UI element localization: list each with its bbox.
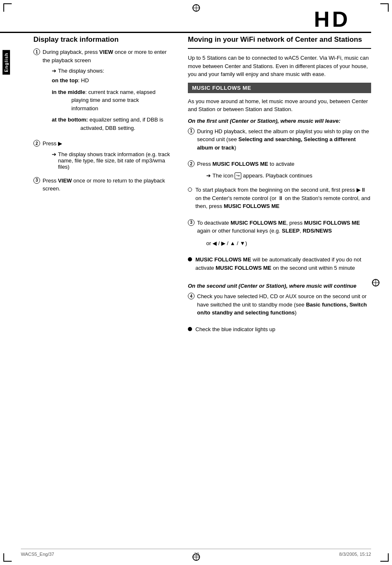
right-item-2-sub: The icon ↪ appears. Playback continues xyxy=(212,172,312,180)
arrow-sym-1: ➔ xyxy=(52,68,56,74)
right-item-3: 3 To deactivate MUSIC FOLLOWS ME, press … xyxy=(188,219,371,252)
left-item-2-arrow: ➔ The display shows track information (e… xyxy=(52,151,175,170)
at-bottom: at the bottom: equalizer setting and, if… xyxy=(52,116,175,132)
right-item-1: 1 During HD playback, select the album o… xyxy=(188,127,371,156)
left-item-2-content: Press ▶ ➔ The display shows track inform… xyxy=(43,139,175,172)
num-1: 1 xyxy=(33,48,40,55)
num-3: 3 xyxy=(33,177,40,184)
right-item-2-content: Press MUSIC FOLLOWS ME to activate ➔ The… xyxy=(197,160,312,182)
section-divider xyxy=(188,48,371,49)
right-item-2-text: Press MUSIC FOLLOWS ME to activate xyxy=(197,160,312,168)
left-item-2-sub: The display shows track information (e.g… xyxy=(58,151,175,170)
music-follows-banner: MUSIC FOLLOWS ME xyxy=(188,83,371,93)
in-middle: in the middle: current track name, elaps… xyxy=(52,88,175,113)
left-item-3: 3 Press VIEW once or more to return to t… xyxy=(33,177,175,196)
right-num-2: 2 xyxy=(188,160,195,167)
left-item-1: 1 During playback, press VIEW once or mo… xyxy=(33,48,175,135)
right-item-3-content: To deactivate MUSIC FOLLOWS ME, press MU… xyxy=(197,219,371,252)
left-item-3-content: Press VIEW once or more to return to the… xyxy=(43,177,175,196)
left-item-1-content: During playback, press VIEW once or more… xyxy=(43,48,175,135)
bullet-dot-1 xyxy=(188,257,192,261)
left-item-1-arrow: ➔ The display shows: xyxy=(52,68,175,74)
second-unit-heading: On the second unit (Center or Station), … xyxy=(188,283,371,289)
right-item-2: 2 Press MUSIC FOLLOWS ME to activate ➔ T… xyxy=(188,160,371,182)
page-title: HD xyxy=(0,8,371,33)
right-num-4: 4 xyxy=(188,293,195,299)
right-item-3-text: To deactivate MUSIC FOLLOWS ME, press MU… xyxy=(197,219,371,235)
left-item-1-sub: The display shows: xyxy=(58,68,104,74)
num-2: 2 xyxy=(33,140,40,147)
right-item-4: 4 Check you have selected HD, CD or AUX … xyxy=(188,292,371,321)
right-bullet-1: To start playback from the beginning on … xyxy=(188,186,371,215)
banner-text: As you move around at home, let music mo… xyxy=(188,97,371,114)
music-follows-icon: ↪ xyxy=(235,172,241,179)
corner-br xyxy=(380,553,389,562)
bullet-empty-1 xyxy=(188,187,192,192)
main-content: Display track information 1 During playb… xyxy=(0,35,392,342)
left-item-3-text: Press VIEW once or more to return to the… xyxy=(43,177,175,193)
left-item-2: 2 Press ▶ ➔ The display shows track info… xyxy=(33,139,175,172)
right-num-1: 1 xyxy=(188,128,195,134)
on-top: on the top: HD xyxy=(52,76,175,85)
page: English HD Display track information 1 D… xyxy=(0,0,392,565)
left-item-2-text: Press ▶ xyxy=(43,139,175,148)
right-bullet-3-text: Check the blue indicator lights up xyxy=(195,325,276,334)
footer-center: 32 xyxy=(194,552,199,557)
corner-bl xyxy=(3,553,12,562)
arrow-sym-2: ➔ xyxy=(52,151,56,157)
footer-left: WACS5_Eng/37 xyxy=(21,552,54,557)
right-item-2-arrow: ➔ The icon ↪ appears. Playback continues xyxy=(206,172,312,180)
header-bar: HD xyxy=(0,8,392,33)
right-num-3: 3 xyxy=(188,219,195,226)
right-item-4-text: Check you have selected HD, CD or AUX so… xyxy=(197,292,371,317)
right-bullet-3: Check the blue indicator lights up xyxy=(188,325,371,338)
bullet-dot-2 xyxy=(188,327,192,331)
language-tag: English xyxy=(3,50,10,75)
right-bullet-1-text: To start playback from the beginning on … xyxy=(195,186,371,210)
left-section-title: Display track information xyxy=(33,35,175,44)
right-section-title: Moving in your WiFi network of Center an… xyxy=(188,35,371,44)
right-bullet-2-text: MUSIC FOLLOWS ME will be automatically d… xyxy=(195,256,371,272)
language-sidebar: English xyxy=(0,50,13,75)
footer-right: 8/3/2005, 15:12 xyxy=(339,552,371,557)
right-column: Moving in your WiFi network of Center an… xyxy=(188,35,371,342)
right-bullet-2: MUSIC FOLLOWS ME will be automatically d… xyxy=(188,256,371,276)
first-unit-heading: On the first unit (Center or Station), w… xyxy=(188,118,371,124)
keys-line: or ◀ / ▶ / ▲ / ▼) xyxy=(206,239,371,248)
arrow-sym-r2: ➔ xyxy=(206,172,211,179)
left-column: Display track information 1 During playb… xyxy=(21,35,175,342)
right-intro: Up to 5 Stations can be to connected to … xyxy=(188,54,371,79)
display-info: on the top: HD in the middle: current tr… xyxy=(52,76,175,132)
footer: WACS5_Eng/37 32 8/3/2005, 15:12 xyxy=(21,549,371,557)
left-item-1-text: During playback, press VIEW once or more… xyxy=(43,48,175,64)
right-item-1-text: During HD playback, select the album or … xyxy=(197,127,371,152)
